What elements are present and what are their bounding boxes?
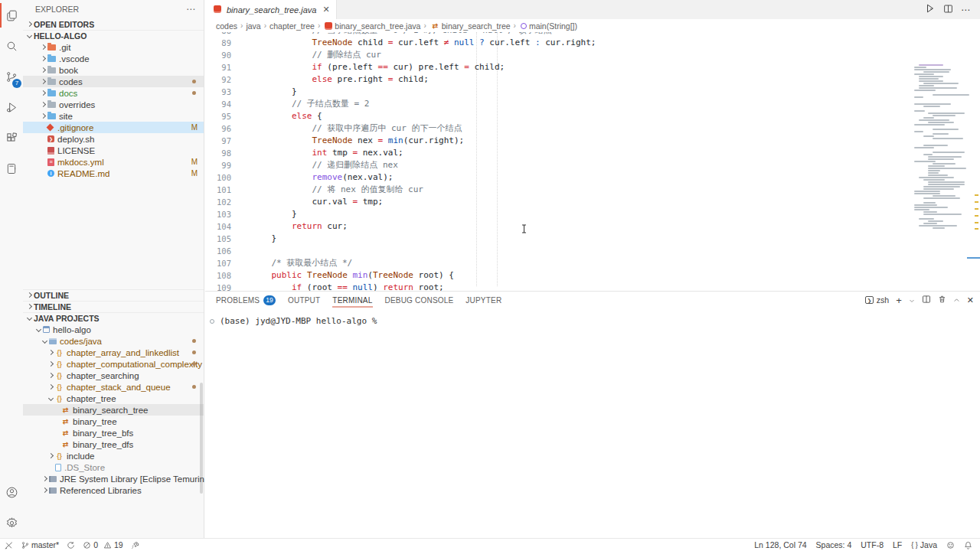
code-line[interactable]: 97 TreeNode nex = min(cur.right); — [205, 135, 911, 147]
panel-tab-debug-console[interactable]: DEBUG CONSOLE — [385, 292, 454, 308]
explorer-item-docs[interactable]: docs — [23, 87, 204, 99]
explorer-item-.vscode[interactable]: .vscode — [23, 53, 204, 64]
explorer-item-deploy.sh[interactable]: ❯deploy.sh — [23, 133, 204, 145]
java-project-item-chapter_searching[interactable]: {}chapter_searching — [23, 370, 204, 381]
activity-search-icon[interactable] — [0, 31, 23, 61]
panel-tab-terminal[interactable]: TERMINAL — [332, 292, 372, 308]
more-actions-icon[interactable]: ⋯ — [186, 4, 196, 15]
explorer-item-codes[interactable]: codes — [23, 76, 204, 87]
panel-tab-output[interactable]: OUTPUT — [288, 292, 320, 308]
terminal-shell-select[interactable]: ❯zsh — [865, 295, 889, 305]
java-project-item-binary_tree_bfs[interactable]: ⇄binary_tree_bfs — [23, 427, 204, 439]
language-mode[interactable]: { } Java — [911, 540, 937, 549]
code-line[interactable]: 106 — [205, 245, 911, 257]
launch-profile-chevron-icon[interactable] — [909, 293, 915, 307]
code-line[interactable]: 107 /* 获取最小结点 */ — [205, 257, 911, 269]
more-actions-icon[interactable]: ⋯ — [961, 5, 971, 15]
java-project-item-Referenced-Libraries[interactable]: Referenced Libraries — [23, 484, 204, 496]
split-editor-icon[interactable] — [943, 3, 953, 17]
tab-binary-search-tree[interactable]: binary_search_tree.java ✕ — [205, 0, 337, 19]
breadcrumb-item[interactable]: binary_search_tree.java — [323, 21, 420, 31]
activity-source-control-icon[interactable]: 7 — [0, 61, 23, 92]
breadcrumb-item[interactable]: main(String[]) — [519, 21, 577, 31]
section-open-editors[interactable]: OPEN EDITORS — [23, 18, 204, 30]
explorer-item-README.md[interactable]: iREADME.mdM — [23, 168, 204, 179]
section-root-folder[interactable]: HELLO-ALGO — [23, 30, 204, 41]
explorer-item-LICENSE[interactable]: LICENSE — [23, 145, 204, 156]
code-line[interactable]: 98 int tmp = nex.val; — [205, 147, 911, 159]
code-line[interactable]: 96 // 获取中序遍历中 cur 的下一个结点 — [205, 122, 911, 135]
java-project-item-binary_tree[interactable]: ⇄binary_tree — [23, 416, 204, 427]
code-line[interactable]: 102 cur.val = tmp; — [205, 196, 911, 208]
activity-run-debug-icon[interactable] — [0, 92, 23, 122]
cursor-position[interactable]: Ln 128, Col 74 — [754, 540, 806, 549]
java-project-item-hello-algo[interactable]: hello-algo — [23, 324, 204, 335]
activity-files-icon[interactable] — [0, 0, 23, 31]
close-panel-icon[interactable]: ✕ — [967, 295, 974, 305]
feedback-smiley-icon[interactable] — [946, 541, 955, 549]
code-line[interactable]: 100 remove(nex.val); — [205, 171, 911, 184]
activity-notebook-icon[interactable] — [0, 153, 23, 184]
explorer-item-book[interactable]: book — [23, 64, 204, 76]
code-line[interactable]: 92 else pre.right = child; — [205, 73, 911, 86]
java-project-item-binary_search_tree[interactable]: ⇄binary_search_tree — [23, 404, 204, 416]
code-line[interactable]: 90 // 删除结点 cur — [205, 49, 911, 61]
explorer-item-site[interactable]: site — [23, 110, 204, 122]
code-line[interactable]: 104 return cur; — [205, 220, 911, 233]
java-project-item-chapter_computational_complexity[interactable]: {}chapter_computational_complexity — [23, 358, 204, 370]
code-line[interactable]: 101 // 将 nex 的值复制给 cur — [205, 184, 911, 196]
breadcrumb-item[interactable]: codes — [216, 21, 237, 31]
run-button[interactable] — [925, 3, 936, 17]
java-project-item-include[interactable]: {}include — [23, 450, 204, 461]
java-project-item--DS_Store[interactable]: .DS_Store — [23, 461, 204, 473]
java-project-item-chapter_array_and_linkedlist[interactable]: {}chapter_array_and_linkedlist — [23, 347, 204, 358]
split-terminal-icon[interactable] — [922, 293, 931, 307]
code-line[interactable]: 99 // 递归删除结点 nex — [205, 159, 911, 171]
kill-terminal-trash-icon[interactable] — [938, 293, 946, 307]
code-line[interactable]: 109 if (root == null) return root; — [205, 282, 911, 291]
explorer-item-overrides[interactable]: overrides — [23, 99, 204, 110]
code-line[interactable]: 89 TreeNode child = cur.left ≠ null ? cu… — [205, 37, 911, 49]
java-project-item-binary_tree_dfs[interactable]: ⇄binary_tree_dfs — [23, 439, 204, 450]
notifications-bell-icon[interactable] — [964, 541, 972, 549]
eol-sequence[interactable]: LF — [893, 540, 902, 549]
section-java-projects[interactable]: JAVA PROJECTS — [23, 312, 204, 324]
java-project-item-JRE-System-Library-Eclipse-Temurin-17-17-[interactable]: JRE System Library [Eclipse Temurin 17 [… — [23, 473, 204, 484]
code-editor[interactable]: 88 // 当子结点数量 = 0 / 1 时, child = null / 该… — [205, 32, 980, 291]
java-project-item-codes-java[interactable]: codes/java — [23, 335, 204, 347]
breadcrumb-item[interactable]: java — [246, 21, 260, 31]
new-terminal-button[interactable]: + — [896, 295, 902, 306]
remote-indicator-icon[interactable] — [5, 541, 14, 549]
activity-account-icon[interactable] — [0, 477, 23, 507]
close-tab-icon[interactable]: ✕ — [322, 5, 329, 15]
panel-tab-jupyter[interactable]: JUPYTER — [466, 292, 501, 308]
code-line[interactable]: 94 // 子结点数量 = 2 — [205, 98, 911, 110]
section-outline[interactable]: OUTLINE — [23, 289, 204, 301]
activity-extensions-icon[interactable] — [0, 122, 23, 153]
sync-button[interactable] — [67, 541, 75, 549]
indentation[interactable]: Spaces: 4 — [816, 540, 852, 549]
code-line[interactable]: 93 } — [205, 86, 911, 98]
sidebar-scrollbar[interactable] — [200, 383, 203, 494]
maximize-panel-chevron-icon[interactable] — [953, 293, 960, 307]
git-branch-item[interactable]: master* — [21, 540, 59, 549]
problems-summary[interactable]: 0 19 — [83, 540, 123, 549]
explorer-item-mkdocs.yml[interactable]: ≡mkdocs.ymlM — [23, 156, 204, 168]
code-line[interactable]: 103 } — [205, 208, 911, 220]
breadcrumb-item[interactable]: ⇄binary_search_tree — [430, 21, 511, 31]
java-project-item-chapter_stack_and_queue[interactable]: {}chapter_stack_and_queue — [23, 381, 204, 393]
java-project-item-chapter_tree[interactable]: {}chapter_tree — [23, 393, 204, 404]
terminal[interactable]: (base) jyd@JYD-MBP hello-algo % — [205, 308, 980, 326]
explorer-item-.gitignore[interactable]: .gitignoreM — [23, 122, 204, 133]
code-line[interactable]: 91 if (pre.left == cur) pre.left = child… — [205, 61, 911, 73]
panel-tab-problems[interactable]: PROBLEMS19 — [216, 292, 276, 308]
encoding[interactable]: UTF-8 — [861, 540, 884, 549]
minimap[interactable] — [911, 64, 980, 291]
code-line[interactable]: 95 else { — [205, 110, 911, 122]
explorer-item-.git[interactable]: .git — [23, 41, 204, 53]
breadcrumb-item[interactable]: chapter_tree — [270, 21, 315, 31]
activity-settings-gear-icon[interactable] — [0, 507, 23, 538]
code-line[interactable]: 105 } — [205, 233, 911, 245]
section-timeline[interactable]: TIMELINE — [23, 301, 204, 312]
code-line[interactable]: 108 public TreeNode min(TreeNode root) { — [205, 269, 911, 282]
